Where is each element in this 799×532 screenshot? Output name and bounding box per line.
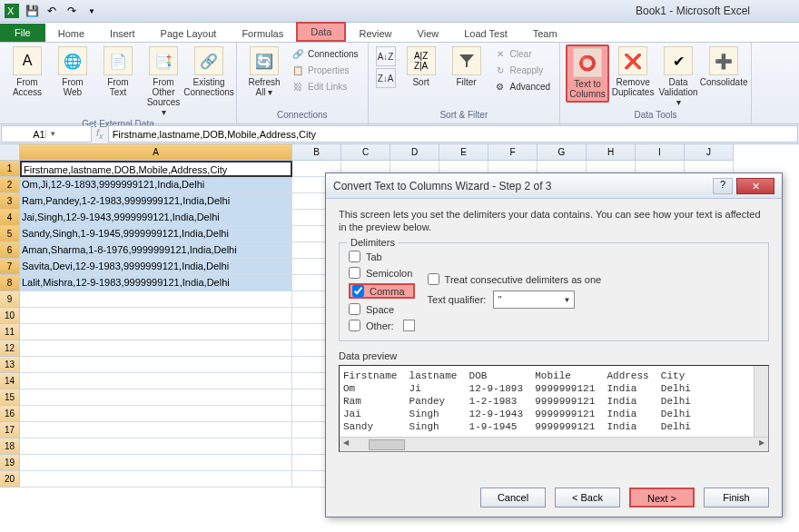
tab-home[interactable]: Home [45,25,97,42]
namebox-dropdown-icon[interactable]: ▼ [45,130,60,138]
tab-insert[interactable]: Insert [97,25,148,42]
fx-icon[interactable]: fx [96,127,104,141]
undo-icon[interactable]: ↶ [44,3,60,19]
advanced-button[interactable]: ⚙Advanced [492,79,552,94]
sort-az-button[interactable]: A↓Z [376,46,396,66]
cancel-button[interactable]: Cancel [480,488,546,507]
name-box[interactable]: A1▼ [1,125,92,143]
from-access-button[interactable]: AFrom Access [5,44,49,99]
from-web-button[interactable]: 🌐From Web [51,44,94,99]
col-header-H[interactable]: H [587,144,636,161]
cell-A20[interactable] [20,471,292,488]
treat-consecutive-checkbox[interactable]: Treat consecutive delimiters as one [428,273,759,285]
sort-button[interactable]: A|ZZ|ASort [400,44,443,89]
cell-A12[interactable] [20,340,292,357]
delimiter-comma-checkbox[interactable]: Comma [349,283,415,299]
col-header-E[interactable]: E [439,144,488,161]
row-header-11[interactable]: 11 [0,324,20,340]
preview-scrollbar-v[interactable] [754,366,768,437]
reapply-button[interactable]: ↻Reapply [492,63,552,77]
dialog-titlebar[interactable]: Convert Text to Columns Wizard - Step 2 … [326,173,782,199]
row-header-8[interactable]: 8 [0,275,20,291]
cell-A15[interactable] [20,389,292,406]
existing-connections-button[interactable]: 🔗Existing Connections [187,44,231,99]
delimiter-space-checkbox[interactable]: Space [349,303,415,315]
remove-duplicates-button[interactable]: ❌Remove Duplicates [611,44,655,99]
cell-A19[interactable] [20,455,292,471]
tab-review[interactable]: Review [346,25,404,42]
tab-file[interactable]: File [0,24,45,42]
redo-icon[interactable]: ↷ [64,3,80,19]
preview-scrollbar-h[interactable]: ◀▶ [340,437,768,451]
row-header-19[interactable]: 19 [0,455,20,471]
row-header-3[interactable]: 3 [0,193,20,210]
cell-A18[interactable] [20,438,292,455]
cell-A14[interactable] [20,373,292,389]
back-button[interactable]: < Back [555,488,620,507]
cell-A5[interactable]: Sandy,Singh,1-9-1945,9999999121,India,De… [20,226,292,242]
delimiter-other-input[interactable] [403,320,415,331]
row-header-9[interactable]: 9 [0,291,20,308]
from-text-button[interactable]: 📄From Text [96,44,140,99]
cell-A3[interactable]: Ram,Pandey,1-2-1983,9999999121,India,Del… [20,193,292,210]
cell-A13[interactable] [20,357,292,373]
cell-A16[interactable] [20,406,292,422]
tab-data[interactable]: Data [296,22,346,42]
text-to-columns-button[interactable]: ⭕Text to Columns [566,44,609,103]
delimiter-other-checkbox[interactable]: Other: [349,320,415,331]
row-header-12[interactable]: 12 [0,340,20,357]
row-header-16[interactable]: 16 [0,406,20,422]
data-validation-button[interactable]: ✔Data Validation ▾ [656,44,700,109]
dialog-help-button[interactable]: ? [713,178,733,194]
select-all-corner[interactable] [0,144,20,161]
cell-A8[interactable]: Lalit,Mishra,12-9-1983,9999999121,India,… [20,275,292,291]
cell-A9[interactable] [20,291,292,308]
delimiter-tab-checkbox[interactable]: Tab [349,251,415,262]
row-header-15[interactable]: 15 [0,389,20,406]
cell-A2[interactable]: Om,Ji,12-9-1893,9999999121,India,Delhi [20,177,292,193]
from-other-sources-button[interactable]: 📑From Other Sources ▾ [142,44,185,119]
dialog-close-button[interactable]: ✕ [736,178,774,194]
sort-za-button[interactable]: Z↓A [376,68,396,88]
cell-A1[interactable]: Firstname,lastname,DOB,Mobile,Address,Ci… [20,161,292,177]
col-header-F[interactable]: F [488,144,538,161]
row-header-13[interactable]: 13 [0,357,20,373]
delimiter-semicolon-checkbox[interactable]: Semicolon [349,267,415,279]
properties-button[interactable]: 📋Properties [290,63,360,77]
row-header-20[interactable]: 20 [0,471,20,488]
filter-button[interactable]: Filter [445,44,488,89]
refresh-all-button[interactable]: 🔄Refresh All ▾ [242,44,286,99]
save-icon[interactable]: 💾 [24,3,40,19]
cell-A10[interactable] [20,308,292,324]
next-button[interactable]: Next > [629,488,695,507]
row-header-1[interactable]: 1 [0,161,20,177]
connections-button[interactable]: 🔗Connections [290,46,360,61]
col-header-D[interactable]: D [390,144,439,161]
tab-formulas[interactable]: Formulas [229,25,296,42]
row-header-14[interactable]: 14 [0,373,20,389]
col-header-C[interactable]: C [341,144,390,161]
tab-load-test[interactable]: Load Test [451,25,520,42]
row-header-17[interactable]: 17 [0,422,20,438]
text-qualifier-select[interactable]: "▼ [493,291,575,309]
tab-view[interactable]: View [405,25,452,42]
col-header-B[interactable]: B [292,144,341,161]
row-header-4[interactable]: 4 [0,210,20,226]
col-header-A[interactable]: A [20,144,292,161]
col-header-J[interactable]: J [685,144,734,161]
tab-team[interactable]: Team [520,25,570,42]
cell-A7[interactable]: Savita,Devi,12-9-1983,9999999121,India,D… [20,259,292,275]
qat-dropdown-icon[interactable]: ▼ [84,3,100,19]
cell-A6[interactable]: Aman,Sharma,1-8-1976,9999999121,India,De… [20,242,292,259]
row-header-7[interactable]: 7 [0,259,20,275]
formula-bar[interactable]: Firstname,lastname,DOB,Mobile,Address,Ci… [108,125,798,143]
row-header-2[interactable]: 2 [0,177,20,193]
finish-button[interactable]: Finish [704,488,769,507]
row-header-10[interactable]: 10 [0,308,20,324]
cell-A17[interactable] [20,422,292,438]
col-header-I[interactable]: I [636,144,685,161]
row-header-18[interactable]: 18 [0,438,20,455]
edit-links-button[interactable]: ⛓Edit Links [290,79,360,94]
tab-page-layout[interactable]: Page Layout [148,25,230,42]
row-header-6[interactable]: 6 [0,242,20,259]
